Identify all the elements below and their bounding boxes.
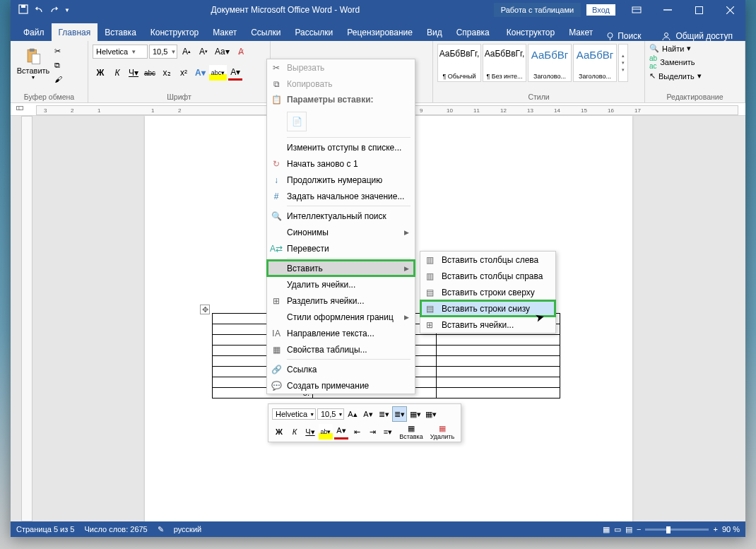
spellcheck-icon[interactable]: ✎	[158, 525, 164, 534]
save-icon[interactable]	[18, 4, 29, 17]
tab-design[interactable]: Конструктор	[143, 23, 206, 41]
font-color-button[interactable]: A▾	[228, 65, 242, 81]
menu-translate[interactable]: A⇄Перевести	[267, 240, 415, 256]
menu-link[interactable]: 🔗Ссылка	[267, 361, 415, 377]
zoom-out-button[interactable]: −	[637, 525, 641, 533]
format-painter-icon[interactable]: 🖌	[54, 75, 67, 88]
strike-button[interactable]: abc	[142, 65, 158, 81]
menu-set-numbering-value[interactable]: #Задать начальное значение...	[267, 188, 415, 204]
tab-selector[interactable]: L	[16, 106, 23, 110]
font-name-combo[interactable]: Helvetica▼	[93, 45, 148, 59]
clear-formatting-button[interactable]: A̷	[233, 44, 249, 59]
mini-font-color[interactable]: A▾	[334, 424, 348, 439]
find-button[interactable]: 🔍Найти ▾	[649, 44, 702, 53]
tab-references[interactable]: Ссылки	[244, 23, 288, 41]
select-button[interactable]: ↖Выделить ▾	[649, 71, 702, 81]
change-case-button[interactable]: Aa▾	[213, 44, 232, 59]
mini-shrink-font[interactable]: A▾	[361, 406, 375, 422]
mini-grow-font[interactable]: A▴	[345, 406, 360, 422]
close-button[interactable]	[714, 0, 745, 20]
menu-synonyms[interactable]: Синонимы▶	[267, 224, 415, 240]
tab-insert[interactable]: Вставка	[98, 23, 143, 41]
mini-font-combo[interactable]: Helvetica▼	[272, 408, 316, 420]
tab-file[interactable]: Файл	[16, 23, 52, 41]
mini-italic[interactable]: К	[288, 424, 302, 439]
web-layout-icon[interactable]: ▤	[625, 525, 632, 534]
mini-table-icon[interactable]: ▦▾	[408, 406, 423, 422]
tab-view[interactable]: Вид	[420, 23, 449, 41]
mini-underline[interactable]: Ч▾	[303, 424, 317, 439]
menu-adjust-list-indents[interactable]: Изменить отступы в списке...	[267, 139, 415, 155]
paste-button[interactable]: Вставить ▼	[15, 44, 52, 80]
menu-border-styles[interactable]: Стили оформления границ▶	[267, 309, 415, 325]
tab-home[interactable]: Главная	[52, 23, 98, 41]
menu-insert[interactable]: Вставить▶	[267, 260, 415, 276]
submenu-insert-cols-right[interactable]: ▥Вставить столбцы справа	[420, 268, 555, 284]
mini-indent-inc[interactable]: ⇥	[365, 424, 379, 439]
menu-table-properties[interactable]: ▦Свойства таблицы...	[267, 341, 415, 358]
subscript-button[interactable]: x₂	[159, 65, 175, 81]
tab-help[interactable]: Справка	[449, 23, 497, 41]
mini-numbering[interactable]: ≣▾	[392, 406, 407, 422]
zoom-slider[interactable]	[645, 529, 709, 531]
menu-split-cells[interactable]: ⊞Разделить ячейки...	[267, 293, 415, 309]
tab-table-layout[interactable]: Макет	[562, 23, 600, 41]
mini-delete-button[interactable]: ▦Удалить	[427, 424, 457, 439]
maximize-button[interactable]	[683, 0, 714, 20]
submenu-insert-cols-left[interactable]: ▥Вставить столбцы слева	[420, 252, 555, 268]
bold-button[interactable]: Ж	[93, 65, 108, 81]
style-no-spacing[interactable]: АаБбВвГг,¶ Без инте...	[483, 44, 526, 82]
font-size-combo[interactable]: 10,5▼	[149, 45, 177, 59]
mini-bold[interactable]: Ж	[272, 424, 286, 439]
mini-bullets[interactable]: ≣▾	[377, 406, 391, 422]
page-status[interactable]: Страница 5 из 5	[16, 525, 74, 533]
styles-more-button[interactable]: ▴▾▾	[618, 44, 628, 82]
copy-icon[interactable]: ⧉	[54, 61, 67, 73]
tab-layout[interactable]: Макет	[206, 23, 244, 41]
grow-font-button[interactable]: A▴	[179, 44, 194, 59]
tab-review[interactable]: Рецензирование	[340, 23, 420, 41]
mini-insert-button[interactable]: ▦Вставка	[396, 424, 426, 439]
minimize-button[interactable]	[652, 0, 683, 20]
italic-button[interactable]: К	[110, 65, 125, 81]
paste-keep-source-icon[interactable]: 📄	[287, 112, 307, 131]
mini-highlight[interactable]: ab▾	[319, 424, 333, 439]
text-effects-button[interactable]: A▾	[193, 65, 208, 81]
highlight-button[interactable]: abc▾	[209, 65, 228, 81]
menu-restart-at-1[interactable]: ↻Начать заново с 1	[267, 155, 415, 172]
style-heading2[interactable]: АаБбВгЗаголово...	[573, 44, 617, 82]
mini-indent-dec[interactable]: ⇤	[350, 424, 364, 439]
replace-button[interactable]: abacЗаменить	[649, 54, 702, 70]
menu-text-direction[interactable]: ⅠAНаправление текста...	[267, 325, 415, 341]
ribbon-display-icon[interactable]	[621, 0, 652, 20]
underline-button[interactable]: Ч▾	[126, 65, 141, 81]
menu-smart-lookup[interactable]: 🔍Интеллектуальный поиск	[267, 208, 415, 224]
submenu-insert-rows-above[interactable]: ▤Вставить строки сверху	[420, 284, 555, 300]
vertical-ruler[interactable]	[21, 116, 33, 521]
menu-continue-numbering[interactable]: ↓Продолжить нумерацию	[267, 172, 415, 188]
login-button[interactable]: Вход	[586, 4, 615, 16]
mini-table2-icon[interactable]: ▦▾	[424, 406, 438, 422]
shrink-font-button[interactable]: A▾	[196, 44, 211, 59]
read-mode-icon[interactable]: ▦	[603, 525, 610, 534]
tab-mailings[interactable]: Рассылки	[288, 23, 340, 41]
superscript-button[interactable]: x²	[176, 65, 191, 81]
style-heading1[interactable]: АаБбВгЗаголово...	[528, 44, 572, 82]
tab-table-design[interactable]: Конструктор	[500, 23, 562, 41]
share-button[interactable]: Общий доступ	[654, 31, 740, 41]
style-normal[interactable]: АаБбВвГг,¶ Обычный	[437, 44, 481, 82]
print-layout-icon[interactable]: ▭	[614, 525, 621, 534]
zoom-in-button[interactable]: +	[713, 525, 717, 533]
styles-gallery[interactable]: АаБбВвГг,¶ Обычный АаБбВвГг,¶ Без инте..…	[437, 44, 640, 82]
word-count[interactable]: Число слов: 2675	[84, 525, 147, 533]
table-move-handle[interactable]: ✥	[200, 305, 210, 314]
mini-align[interactable]: ≡▾	[381, 424, 395, 439]
zoom-level[interactable]: 90 %	[722, 525, 740, 533]
redo-icon[interactable]	[49, 4, 60, 17]
qat-dropdown-icon[interactable]: ▼	[64, 7, 70, 13]
language-status[interactable]: русский	[174, 525, 201, 533]
menu-delete-cells[interactable]: Удалить ячейки...	[267, 276, 415, 293]
search-box[interactable]: Поиск	[600, 31, 646, 41]
mini-size-combo[interactable]: 10,5▼	[317, 408, 344, 420]
cut-icon[interactable]: ✂	[54, 47, 67, 59]
